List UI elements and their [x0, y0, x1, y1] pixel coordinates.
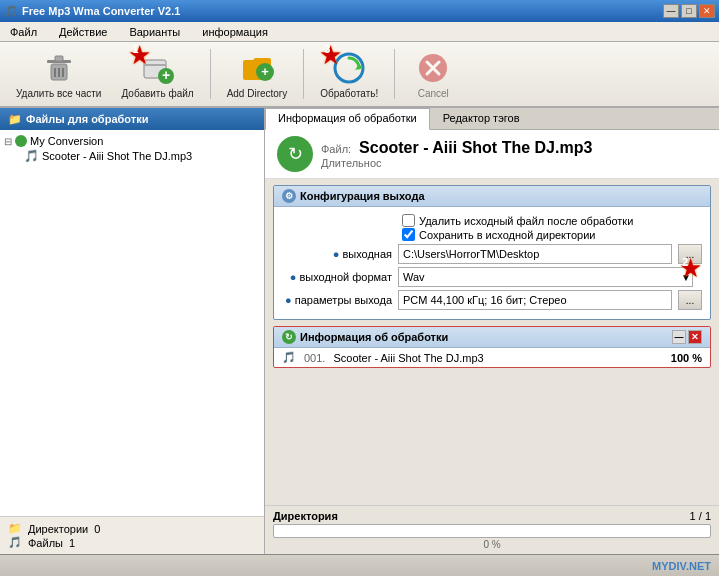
dirs-value: 0 — [94, 523, 100, 535]
config-gear-icon: ⚙ — [282, 189, 296, 203]
output-params-browse-button[interactable]: ... — [678, 290, 702, 310]
tab-bar: Информация об обработки Редактор тэгов — [265, 108, 719, 130]
right-panel: Информация об обработки Редактор тэгов ↻… — [265, 108, 719, 554]
toolbar-separator-1 — [210, 49, 211, 99]
progress-bar — [273, 524, 711, 538]
cancel-icon — [415, 50, 451, 86]
svg-text:+: + — [261, 64, 269, 79]
toolbar: Удалить все части ★ 1 + Добавить файл + — [0, 42, 719, 108]
files-value: 1 — [69, 537, 75, 549]
tree-root: ⊟ My Conversion — [4, 134, 260, 148]
menu-action[interactable]: Действие — [53, 24, 113, 40]
add-directory-label: Add Directory — [227, 88, 288, 99]
proc-min-button[interactable]: — — [672, 330, 686, 344]
svg-rect-2 — [55, 56, 63, 61]
tab-tag-editor[interactable]: Редактор тэгов — [430, 108, 533, 129]
add-directory-icon: + — [239, 50, 275, 86]
star-badge-1-num: 1 — [133, 43, 139, 55]
proc-file-icon: 🎵 — [282, 351, 296, 364]
toolbar-separator-2 — [303, 49, 304, 99]
checkbox-delete-label: Удалить исходный файл после обработки — [419, 215, 633, 227]
progress-dir-count: 1 / 1 — [690, 510, 711, 522]
process-button[interactable]: ★ 3 Обработать! — [312, 48, 386, 101]
tree-root-label: My Conversion — [30, 135, 103, 147]
config-header-label: Конфигурация выхода — [300, 190, 425, 202]
output-dir-label: ● выходная — [282, 248, 392, 260]
bottom-area: Директория 1 / 1 0 % — [265, 505, 719, 554]
delete-all-button[interactable]: Удалить все части — [8, 48, 109, 101]
star-badge-3-num: 3 — [324, 43, 330, 55]
toolbar-separator-3 — [394, 49, 395, 99]
format-dot-icon: ● — [290, 271, 297, 283]
checkbox-save-label: Сохранить в исходной директории — [419, 229, 596, 241]
progress-header-row: Директория 1 / 1 — [273, 510, 711, 522]
tree-expand-icon: ⊟ — [4, 136, 12, 147]
file-info-text: Файл: Scooter - Aiii Shot The DJ.mp3 Дли… — [321, 139, 592, 169]
proc-close-button[interactable]: ✕ — [688, 330, 702, 344]
dirs-icon: 📁 — [8, 522, 22, 535]
params-dot-icon: ● — [285, 294, 292, 306]
add-directory-button[interactable]: + Add Directory — [219, 48, 296, 101]
left-panel: 📁 Файлы для обработки ⊟ My Conversion 🎵 … — [0, 108, 265, 554]
file-duration-label: Длительнос — [321, 157, 382, 169]
close-button[interactable]: ✕ — [699, 4, 715, 18]
menu-info[interactable]: информация — [196, 24, 274, 40]
checkbox-delete[interactable] — [402, 214, 415, 227]
app-icon: 🎵 — [4, 5, 18, 18]
minimize-button[interactable]: — — [663, 4, 679, 18]
right-panel-scroll: ↻ Файл: Scooter - Aiii Shot The DJ.mp3 Д… — [265, 130, 719, 505]
proc-refresh-icon: ↻ — [282, 330, 296, 344]
maximize-button[interactable]: □ — [681, 4, 697, 18]
proc-header-buttons: — ✕ — [672, 330, 702, 344]
menu-options[interactable]: Варианты — [123, 24, 186, 40]
file-name-value: Scooter - Aiii Shot The DJ.mp3 — [359, 139, 592, 157]
output-dir-browse-button[interactable]: ... — [678, 244, 702, 264]
delete-all-icon — [41, 50, 77, 86]
tree-root-icon — [15, 135, 27, 147]
add-file-label: Добавить файл — [121, 88, 193, 99]
delete-all-label: Удалить все части — [16, 88, 101, 99]
add-file-icon: ★ 1 + — [140, 50, 176, 86]
checkbox-save[interactable] — [402, 228, 415, 241]
config-section: ⚙ Конфигурация выхода Удалить исходный ф… — [273, 185, 711, 320]
proc-header-label: Информация об обработки — [300, 331, 448, 343]
process-icon: ★ 3 — [331, 50, 367, 86]
proc-item-1: 🎵 001. Scooter - Aiii Shot The DJ.mp3 10… — [274, 348, 710, 367]
proc-item-num: 001. — [304, 352, 325, 364]
title-bar: 🎵 Free Mp3 Wma Converter V2.1 — □ ✕ — [0, 0, 719, 22]
title-bar-buttons: — □ ✕ — [663, 4, 715, 18]
app-title: Free Mp3 Wma Converter V2.1 — [22, 5, 180, 17]
add-file-button[interactable]: ★ 1 + Добавить файл — [113, 48, 201, 101]
title-bar-left: 🎵 Free Mp3 Wma Converter V2.1 — [4, 5, 180, 18]
progress-dir-label: Директория — [273, 510, 338, 522]
proc-section-header: ↻ Информация об обработки — ✕ — [274, 327, 710, 348]
output-params-input[interactable] — [398, 290, 672, 310]
files-status-row: 🎵 Файлы 1 — [8, 536, 256, 549]
left-panel-title: Файлы для обработки — [26, 113, 148, 125]
format-select-wrap: Wav Mp3 Wma Ogg Flac Aac ▼ — [398, 267, 693, 287]
svg-text:+: + — [161, 67, 169, 83]
left-panel-icon: 📁 — [8, 113, 22, 126]
proc-header-left: ↻ Информация об обработки — [282, 330, 448, 344]
svg-rect-7 — [144, 64, 166, 66]
files-label: Файлы — [28, 537, 63, 549]
tab-processing-info[interactable]: Информация об обработки — [265, 108, 430, 130]
tree-file-icon: 🎵 — [24, 149, 39, 163]
cancel-button[interactable]: Cancel — [403, 48, 463, 101]
files-icon: 🎵 — [8, 536, 22, 549]
output-params-row: ● параметры выхода ... — [282, 290, 702, 310]
format-select[interactable]: Wav Mp3 Wma Ogg Flac Aac — [398, 267, 693, 287]
left-panel-header: 📁 Файлы для обработки — [0, 108, 264, 130]
status-bar: MYDIV.NET — [0, 554, 719, 576]
progress-percent-text: 0 % — [273, 539, 711, 550]
output-dir-input[interactable] — [398, 244, 672, 264]
output-params-label: ● параметры выхода — [282, 294, 392, 306]
output-dot-icon: ● — [333, 248, 340, 260]
file-info-header: ↻ Файл: Scooter - Aiii Shot The DJ.mp3 Д… — [265, 130, 719, 179]
menu-file[interactable]: Файл — [4, 24, 43, 40]
proc-item-percent: 100 % — [662, 352, 702, 364]
checkbox-delete-row: Удалить исходный файл после обработки — [282, 214, 702, 227]
main-area: 📁 Файлы для обработки ⊟ My Conversion 🎵 … — [0, 108, 719, 554]
config-section-body: Удалить исходный файл после обработки Со… — [274, 207, 710, 319]
output-format-label: ● выходной формат — [282, 271, 392, 283]
